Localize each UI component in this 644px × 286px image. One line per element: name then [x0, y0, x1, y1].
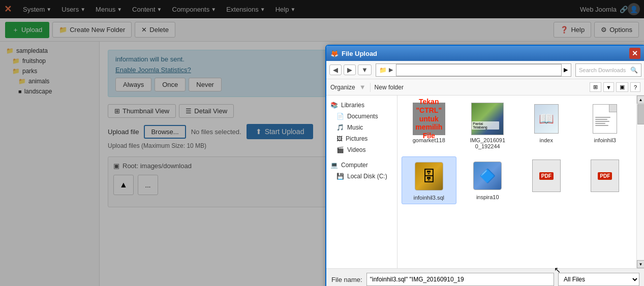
dialog-browser-icon: 🦊 — [330, 50, 339, 57]
file-item-infoinhil3sql[interactable]: 🗄 infoinhil3.sql — [402, 156, 456, 204]
dialog-sidebar-documents[interactable]: 📄 Documents — [326, 111, 397, 122]
file-label-index: index — [540, 137, 553, 143]
file-upload-dialog: 🦊 File Upload ✕ ◀ ▶ ▼ 📁 ▶ ▶ Search Downl… — [325, 45, 644, 286]
file-item-img1[interactable]: Pantai Telabang IMG_20160910_192244 — [461, 100, 515, 152]
dialog-bottom: File name: All Files ➡ Open ▼ Cancel — [326, 268, 644, 286]
view-dropdown-button[interactable]: ▼ — [603, 82, 614, 92]
dialog-sidebar-videos[interactable]: 🎬 Videos — [326, 144, 397, 155]
videos-icon: 🎬 — [336, 146, 344, 153]
dialog-content: 📚 Libraries 📄 Documents 🎵 Music 🖼 Pictur… — [326, 96, 644, 268]
dialog-sidebar-music[interactable]: 🎵 Music — [326, 122, 397, 133]
dialog-titlebar: 🦊 File Upload ✕ — [326, 46, 644, 61]
file-label-inspira10: inspira10 — [476, 194, 499, 200]
dialog-sidebar-libraries[interactable]: 📚 Libraries — [326, 100, 397, 111]
scroll-down-button[interactable]: ▼ — [637, 260, 645, 268]
search-placeholder: Search Downloads — [579, 67, 626, 73]
dialog-sidebar-localdisk[interactable]: 💾 Local Disk (C:) — [326, 171, 397, 182]
music-icon: 🎵 — [336, 124, 344, 131]
dialog-files-grid: Tekan "CTRL" untuk memilih File gomarket… — [397, 96, 636, 268]
filetype-select[interactable]: All Files — [558, 273, 639, 286]
file-item-pdf1[interactable]: PDF — [519, 156, 574, 204]
file-item-infoinhil3[interactable]: infoinhil3 — [578, 100, 633, 152]
ctrl-text: Tekan "CTRL" untuk memilih File — [413, 96, 445, 142]
scroll-up-button[interactable]: ▲ — [637, 96, 645, 104]
organize-button[interactable]: Organize — [330, 84, 355, 91]
help-icon-button[interactable]: ? — [630, 82, 640, 92]
computer-icon: 💻 — [330, 162, 338, 169]
libraries-icon: 📚 — [330, 102, 338, 109]
filename-label: File name: — [331, 276, 362, 283]
pictures-icon: 🖼 — [336, 135, 343, 142]
file-label-img1: IMG_20160910_192244 — [470, 137, 505, 149]
search-bar[interactable]: Search Downloads 🔍 — [575, 63, 641, 77]
new-folder-button[interactable]: New folder — [375, 84, 404, 91]
file-label-infoinhil3sql: infoinhil3.sql — [413, 195, 444, 201]
address-go-button[interactable]: ▶ — [564, 67, 568, 73]
address-bar: 📁 ▶ ▶ — [376, 63, 571, 77]
disk-icon: 💾 — [336, 173, 344, 180]
file-label-infoinhil3: infoinhil3 — [594, 137, 616, 143]
dialog-back-button[interactable]: ◀ — [329, 65, 342, 75]
dialog-toolbar: ◀ ▶ ▼ 📁 ▶ ▶ Search Downloads 🔍 — [326, 61, 644, 79]
dialog-sidebar: 📚 Libraries 📄 Documents 🎵 Music 🖼 Pictur… — [326, 96, 397, 268]
file-item-pdf2[interactable]: PDF — [578, 156, 633, 204]
preview-pane-button[interactable]: ▣ — [616, 82, 628, 92]
filename-input[interactable] — [366, 273, 554, 286]
file-item-inspira10[interactable]: 🔷 inspira10 — [461, 156, 515, 204]
dialog-forward-button[interactable]: ▶ — [344, 65, 356, 75]
dialog-close-button[interactable]: ✕ — [629, 48, 640, 59]
dialog-sidebar-computer[interactable]: 💻 Computer — [326, 160, 397, 171]
dialog-dropdown-button[interactable]: ▼ — [358, 65, 372, 75]
view-icon-button[interactable]: ⊞ — [590, 82, 601, 92]
file-item-index[interactable]: 📖 index — [519, 100, 574, 152]
dialog-sidebar-pictures[interactable]: 🖼 Pictures — [326, 133, 397, 144]
documents-icon: 📄 — [336, 113, 344, 120]
dialog-title: File Upload — [342, 50, 377, 57]
dialog-scrollbar[interactable]: ▲ ▼ — [636, 96, 644, 268]
file-item-gomarket[interactable]: Tekan "CTRL" untuk memilih File gomarket… — [402, 100, 456, 152]
search-icon: 🔍 — [630, 67, 638, 74]
